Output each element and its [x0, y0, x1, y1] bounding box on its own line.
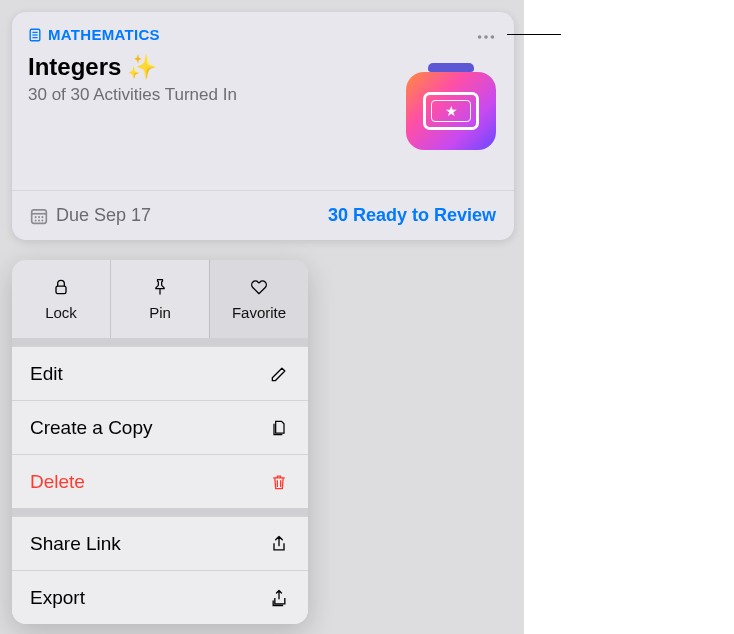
svg-point-6 — [491, 35, 495, 39]
lock-button[interactable]: Lock — [12, 260, 110, 338]
svg-point-9 — [35, 216, 37, 218]
app-icon: ★ — [406, 60, 496, 150]
lock-label: Lock — [45, 304, 77, 321]
context-menu: Lock Pin Favorite Edit Creat — [12, 260, 308, 624]
delete-label: Delete — [30, 471, 85, 493]
pin-label: Pin — [149, 304, 171, 321]
callout-margin — [524, 0, 734, 634]
sparkles-icon: ✨ — [127, 53, 157, 81]
svg-point-10 — [38, 216, 40, 218]
edit-menu-item[interactable]: Edit — [12, 346, 308, 400]
pin-icon — [150, 277, 170, 300]
context-menu-top-row: Lock Pin Favorite — [12, 260, 308, 338]
export-label: Export — [30, 587, 85, 609]
favorite-button[interactable]: Favorite — [209, 260, 308, 338]
subject-row: MATHEMATICS — [28, 26, 498, 43]
create-copy-label: Create a Copy — [30, 417, 153, 439]
menu-separator — [12, 338, 308, 346]
ready-to-review-link[interactable]: 30 Ready to Review — [328, 205, 496, 226]
export-menu-item[interactable]: Export — [12, 570, 308, 624]
svg-point-4 — [478, 35, 482, 39]
due-date: Due Sep 17 — [30, 205, 151, 226]
svg-point-14 — [41, 219, 43, 221]
svg-rect-15 — [56, 286, 66, 294]
svg-point-5 — [484, 35, 488, 39]
due-date-label: Due Sep 17 — [56, 205, 151, 226]
assignment-title: Integers — [28, 53, 121, 81]
card-footer: Due Sep 17 30 Ready to Review — [12, 190, 514, 240]
pin-button[interactable]: Pin — [110, 260, 209, 338]
subject-label: MATHEMATICS — [48, 26, 160, 43]
svg-point-12 — [35, 219, 37, 221]
edit-label: Edit — [30, 363, 63, 385]
favorite-label: Favorite — [232, 304, 286, 321]
menu-separator — [12, 508, 308, 516]
trash-icon — [268, 471, 290, 493]
heart-icon — [249, 277, 269, 300]
export-icon — [268, 587, 290, 609]
calendar-icon — [30, 207, 48, 225]
duplicate-icon — [268, 417, 290, 439]
callout-line — [507, 34, 561, 35]
share-link-menu-item[interactable]: Share Link — [12, 516, 308, 570]
subject-icon — [28, 28, 42, 42]
pencil-icon — [268, 363, 290, 385]
create-copy-menu-item[interactable]: Create a Copy — [12, 400, 308, 454]
delete-menu-item[interactable]: Delete — [12, 454, 308, 508]
svg-point-13 — [38, 219, 40, 221]
svg-point-11 — [41, 216, 43, 218]
more-button[interactable] — [472, 26, 500, 48]
share-link-label: Share Link — [30, 533, 121, 555]
share-icon — [268, 533, 290, 555]
lock-icon — [51, 277, 71, 300]
assignment-card[interactable]: MATHEMATICS Integers ✨ 30 of 30 Activiti… — [12, 12, 514, 240]
